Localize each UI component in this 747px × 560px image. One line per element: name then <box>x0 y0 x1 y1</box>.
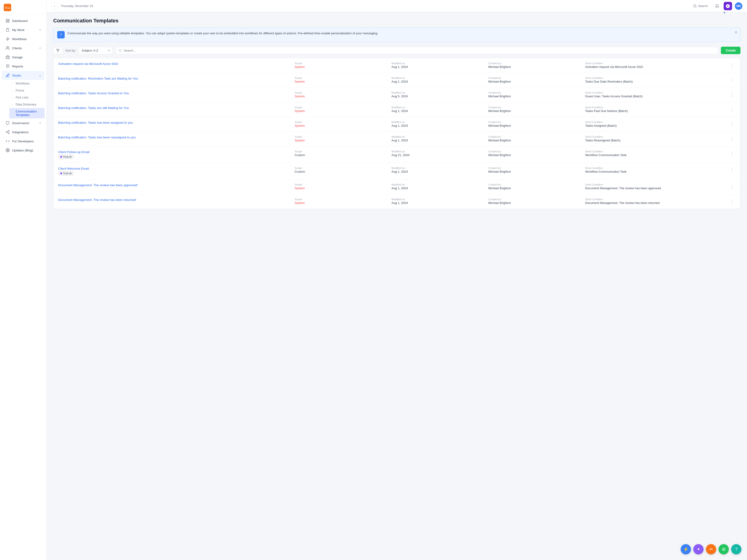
developers-icon <box>6 139 10 143</box>
back-button[interactable]: ‹ <box>51 3 58 9</box>
table-row[interactable]: Client Follow-up Email Trish AI Scope: C… <box>53 146 740 163</box>
svg-line-15 <box>7 131 8 132</box>
sort-select[interactable]: Subject: A-Z Subject: Z-A Modified: Newe… <box>79 47 113 54</box>
more-options-button[interactable]: ⋮ <box>728 198 736 205</box>
sidebar-item-governance[interactable]: Governance ▾ <box>2 118 45 127</box>
more-options-button[interactable]: ⋮ <box>728 150 736 157</box>
fab-layout-button[interactable]: ⊞ <box>719 544 729 554</box>
integrations-icon <box>6 130 10 134</box>
sidebar-item-dashboard[interactable]: Dashboard <box>2 16 45 25</box>
template-link[interactable]: Client Welcome Email <box>58 167 89 170</box>
user-initials: MB <box>737 4 741 8</box>
table-row[interactable]: Batching notification. Tasks has been re… <box>53 132 740 146</box>
notifications-button[interactable] <box>713 2 721 10</box>
template-name: Batching notification. Tasks Access Gran… <box>58 91 291 95</box>
svg-point-18 <box>694 5 696 7</box>
template-modified: Modified on: Aug 1, 2024 <box>391 77 485 83</box>
sidebar-item-workflows-sub[interactable]: Workflows <box>9 80 45 87</box>
template-link[interactable]: Batching notification. Tasks are still W… <box>58 106 129 110</box>
template-link[interactable]: Batching notification. Tasks Access Gran… <box>58 91 129 95</box>
more-options-button[interactable]: ⋮ <box>728 62 736 69</box>
table-row[interactable]: Activation request via Microsoft Azure S… <box>53 58 740 73</box>
sidebar-item-for-developers[interactable]: For Developers <box>2 137 45 145</box>
template-list: Activation request via Microsoft Azure S… <box>53 58 741 209</box>
sidebar-item-reports[interactable]: Reports <box>2 62 45 71</box>
more-options-button[interactable]: ⋮ <box>728 183 736 190</box>
sidebar-item-communication-templates[interactable]: Communication Templates <box>9 108 45 118</box>
table-row[interactable]: Batching notification. Tasks Access Gran… <box>53 87 740 102</box>
sidebar-sub-label: Data Dictionary <box>16 103 36 106</box>
more-options-button[interactable]: ⋮ <box>728 106 736 113</box>
sidebar-item-garage[interactable]: Garage <box>2 53 45 61</box>
template-link[interactable]: Batching notification. Reminders Task ar… <box>58 77 138 80</box>
info-icon: ? <box>57 31 65 38</box>
user-avatar[interactable]: MB <box>735 2 742 10</box>
sidebar-item-clients[interactable]: Clients ▾ <box>2 44 45 53</box>
table-row[interactable]: Batching notification. Tasks has been as… <box>53 117 740 132</box>
more-options-button[interactable]: ⋮ <box>728 77 736 83</box>
more-options-button[interactable]: ⋮ <box>728 121 736 128</box>
fab-edit-button[interactable]: ✏ <box>706 544 716 554</box>
sidebar-item-forms[interactable]: Forms <box>9 87 45 94</box>
svg-marker-23 <box>722 12 725 14</box>
table-row[interactable]: Document Management. The review has been… <box>53 194 740 209</box>
table-row[interactable]: Client Welcome Email Trish AI Scope: Cus… <box>53 163 740 180</box>
sidebar-sub-label: Forms <box>16 89 24 92</box>
more-options-button[interactable]: ⋮ <box>728 135 736 142</box>
badge-label: Trish AI <box>63 155 72 158</box>
filter-button[interactable] <box>53 47 62 54</box>
table-row[interactable]: Batching notification. Tasks are still W… <box>53 102 740 117</box>
sidebar-item-updates-blog[interactable]: Updates (Blog) <box>2 146 45 155</box>
template-link[interactable]: Client Follow-up Email <box>58 150 89 154</box>
template-link[interactable]: Batching notification. Tasks has been re… <box>58 136 136 139</box>
template-link[interactable]: Document Management. The review has been… <box>58 198 136 202</box>
template-link[interactable]: Batching notification. Tasks has been as… <box>58 121 133 124</box>
template-send-condition: Send Condition: Activation request via M… <box>585 62 725 69</box>
template-name: Client Follow-up Email Trish AI <box>58 150 291 159</box>
sidebar-item-label: Studio <box>12 74 21 77</box>
search-label: Search <box>698 4 708 8</box>
template-link[interactable]: Activation request via Microsoft Azure S… <box>58 62 118 65</box>
trish-ai-badge: Trish AI <box>58 155 74 159</box>
sidebar-item-label: Workflows <box>12 37 27 41</box>
svg-point-11 <box>8 130 9 132</box>
sidebar-sub-label: Pick Lists <box>16 96 28 99</box>
more-options-button[interactable]: ⋮ <box>728 91 736 98</box>
template-scope: Scope: System <box>294 77 388 83</box>
banner-text: Communicate the way you want using edita… <box>68 31 737 36</box>
topbar-actions: MB <box>713 2 742 10</box>
garage-icon <box>6 55 10 59</box>
sidebar-item-integrations[interactable]: Integrations <box>2 128 45 136</box>
table-row[interactable]: Batching notification. Reminders Task ar… <box>53 73 740 87</box>
template-name: Document Management. The review has been… <box>58 198 291 202</box>
create-button[interactable]: Create <box>721 47 741 54</box>
template-send-condition: Send Condition: Guest User. Tasks Access… <box>585 91 725 98</box>
sidebar-item-label: Clients <box>12 47 22 50</box>
search-input[interactable] <box>124 49 715 52</box>
svg-line-14 <box>7 132 8 133</box>
ai-icon <box>725 4 730 8</box>
sidebar-item-studio[interactable]: Studio ▴ <box>2 71 45 80</box>
svg-marker-20 <box>56 49 59 52</box>
fab-ai-button[interactable]: ✦ <box>693 544 703 554</box>
table-row[interactable]: Document Management. The review has been… <box>53 180 740 194</box>
sidebar-item-data-dictionary[interactable]: Data Dictionary <box>9 101 45 108</box>
my-work-icon <box>6 28 10 32</box>
ai-button[interactable] <box>724 2 732 10</box>
fab-lightning-button[interactable]: ⚡ <box>681 544 691 554</box>
fab-help-button[interactable]: ? <box>731 544 741 554</box>
template-send-condition: Send Condition: Tasks Due Date Reminders… <box>585 77 725 83</box>
sidebar-item-pick-lists[interactable]: Pick Lists <box>9 94 45 101</box>
sidebar-item-my-work[interactable]: My Work ▾ <box>2 25 45 34</box>
template-link[interactable]: Document Management. The review has been… <box>58 183 137 187</box>
logo[interactable]: T risk <box>0 0 47 14</box>
template-name: Batching notification. Tasks are still W… <box>58 106 291 110</box>
sidebar-item-workflows[interactable]: Workflows <box>2 34 45 44</box>
svg-line-19 <box>696 7 696 7</box>
template-modified: Modified on: Aug 1, 2024 <box>391 198 485 205</box>
close-banner-button[interactable]: ✕ <box>735 30 738 34</box>
search-button[interactable]: Search <box>690 3 711 9</box>
studio-icon <box>6 73 10 77</box>
template-created: Created by: Michael Brighton <box>488 150 582 157</box>
more-options-button[interactable]: ⋮ <box>728 167 736 174</box>
